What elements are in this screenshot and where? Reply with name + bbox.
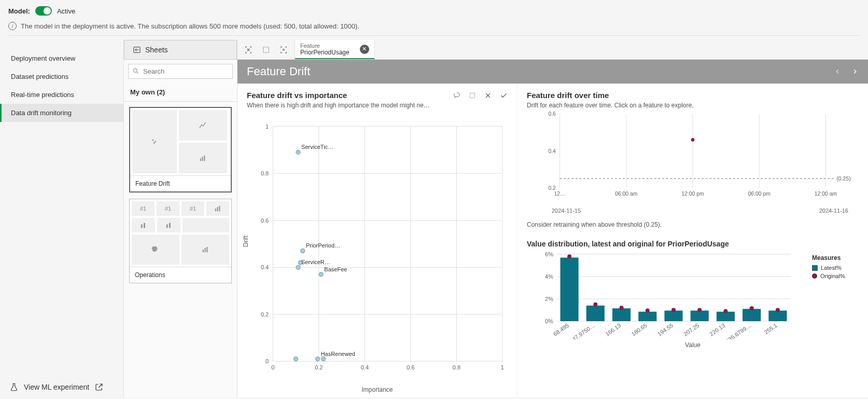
svg-text:4%: 4% bbox=[545, 273, 553, 280]
time-plot[interactable]: 0.20.40.612…06:00 am12:00 pm06:00 pm12:0… bbox=[527, 109, 859, 208]
scatter-xlabel: Importance bbox=[247, 386, 508, 393]
svg-text:0.6: 0.6 bbox=[548, 111, 556, 117]
search-icon bbox=[132, 67, 139, 75]
myown-header[interactable]: My own (2) bbox=[124, 83, 237, 102]
bar-icon bbox=[213, 204, 222, 213]
svg-point-48 bbox=[301, 249, 305, 253]
model-label: Model: bbox=[8, 7, 30, 15]
sheet-name: Operations bbox=[130, 267, 231, 283]
view-experiment-label: View ML experiment bbox=[24, 383, 89, 391]
time-date-right: 2024-11-16 bbox=[819, 208, 848, 214]
scatter-plot[interactable]: 000.20.20.40.40.60.60.80.811ServiceTic…P… bbox=[247, 114, 508, 384]
svg-point-19 bbox=[283, 49, 285, 50]
svg-text:207.25: 207.25 bbox=[682, 322, 700, 337]
sidebar-item-dataset[interactable]: Dataset predictions bbox=[0, 67, 123, 86]
svg-text:0.2: 0.2 bbox=[315, 364, 323, 370]
svg-rect-16 bbox=[205, 248, 206, 252]
info-icon: i bbox=[8, 22, 17, 30]
svg-point-95 bbox=[671, 308, 676, 312]
svg-text:06:00 am: 06:00 am bbox=[615, 191, 638, 197]
external-icon bbox=[94, 382, 104, 392]
sheets-button[interactable]: Sheets bbox=[124, 40, 237, 60]
svg-rect-88 bbox=[612, 308, 631, 321]
bar-plot[interactable]: 0%2%4%6%68.495147.9750…166.13180.65194.5… bbox=[527, 251, 806, 339]
legend: Measures Latest% Original% bbox=[812, 251, 859, 339]
svg-rect-8 bbox=[215, 209, 216, 211]
svg-text:BaseFee: BaseFee bbox=[324, 266, 347, 272]
svg-text:6%: 6% bbox=[545, 251, 553, 257]
legend-original-swatch bbox=[812, 273, 817, 279]
svg-text:0.8: 0.8 bbox=[453, 364, 460, 370]
sidebar-item-drift[interactable]: Data drift monitoring bbox=[0, 104, 123, 122]
feature-tab[interactable]: Feature PriorPeriodUsage ✕ bbox=[295, 40, 375, 59]
svg-rect-11 bbox=[141, 225, 142, 228]
svg-point-98 bbox=[697, 308, 702, 312]
svg-text:0.6: 0.6 bbox=[407, 364, 414, 370]
svg-text:235.6799…: 235.6799… bbox=[724, 322, 752, 339]
chevron-right-icon[interactable] bbox=[851, 68, 859, 75]
svg-text:0.4: 0.4 bbox=[548, 148, 556, 154]
svg-rect-10 bbox=[219, 206, 220, 212]
search-input[interactable] bbox=[128, 64, 233, 79]
svg-text:166.13: 166.13 bbox=[604, 322, 622, 337]
info-text: The model in the deployment is active. T… bbox=[21, 22, 359, 30]
bar-icon bbox=[201, 245, 210, 254]
legend-latest-swatch bbox=[812, 265, 818, 271]
sheet-card-feature-drift[interactable]: Feature Drift bbox=[129, 107, 232, 192]
close-icon[interactable]: ✕ bbox=[360, 45, 369, 54]
svg-rect-12 bbox=[144, 223, 145, 228]
sidebar-item-realtime[interactable]: Real-time predictions bbox=[0, 86, 123, 104]
svg-point-83 bbox=[567, 254, 571, 258]
chevron-left-icon[interactable] bbox=[834, 68, 841, 75]
scatter-icon bbox=[150, 137, 159, 146]
svg-text:180.65: 180.65 bbox=[630, 322, 648, 337]
active-state-label: Active bbox=[57, 7, 75, 15]
svg-text:1: 1 bbox=[501, 364, 504, 370]
svg-text:06:00 pm: 06:00 pm bbox=[748, 191, 771, 197]
selection-icon[interactable] bbox=[468, 91, 477, 100]
sidebar-item-overview[interactable]: Deployment overview bbox=[0, 49, 123, 67]
bar-icon bbox=[139, 221, 148, 230]
sidebar: Deployment overview Dataset predictions … bbox=[0, 40, 123, 397]
svg-text:255.1: 255.1 bbox=[763, 322, 778, 336]
svg-rect-9 bbox=[217, 207, 218, 211]
svg-text:0.4: 0.4 bbox=[261, 264, 269, 270]
svg-rect-14 bbox=[169, 223, 171, 228]
smart-selection-icon[interactable] bbox=[261, 45, 271, 54]
svg-rect-5 bbox=[200, 158, 201, 161]
bar-title: Value distribution, latest and original … bbox=[527, 240, 859, 248]
lasso-icon[interactable] bbox=[453, 91, 461, 100]
svg-text:0: 0 bbox=[271, 364, 274, 370]
svg-text:2%: 2% bbox=[545, 296, 553, 302]
svg-rect-85 bbox=[586, 306, 605, 321]
svg-point-46 bbox=[296, 150, 300, 154]
svg-text:(0.25): (0.25) bbox=[836, 176, 850, 182]
active-toggle[interactable] bbox=[35, 6, 52, 16]
svg-point-107 bbox=[776, 308, 780, 312]
svg-point-55 bbox=[316, 357, 320, 361]
time-title: Feature drift over time bbox=[527, 91, 859, 100]
sheet-card-operations[interactable]: #1 #1 #1 Operations bbox=[129, 199, 232, 283]
svg-text:147.9750…: 147.9750… bbox=[568, 322, 596, 339]
svg-text:ServiceR…: ServiceR… bbox=[301, 259, 330, 265]
sheet-name: Feature Drift bbox=[130, 175, 231, 191]
svg-rect-15 bbox=[203, 250, 204, 252]
svg-text:0.8: 0.8 bbox=[261, 170, 269, 176]
scatter-subtitle: When there is high drift and high import… bbox=[247, 102, 508, 109]
svg-point-104 bbox=[750, 306, 754, 310]
svg-point-73 bbox=[691, 138, 695, 142]
svg-point-1 bbox=[133, 68, 137, 72]
page-title: Feature Drift bbox=[247, 65, 310, 78]
svg-rect-94 bbox=[664, 311, 682, 321]
svg-point-53 bbox=[319, 272, 323, 277]
svg-rect-20 bbox=[470, 93, 474, 98]
svg-text:1: 1 bbox=[265, 123, 269, 130]
view-experiment-link[interactable]: View ML experiment bbox=[9, 382, 104, 392]
focus-icon[interactable] bbox=[279, 45, 288, 54]
svg-text:12…: 12… bbox=[554, 191, 565, 197]
svg-point-86 bbox=[593, 302, 597, 307]
cancel-icon[interactable] bbox=[484, 91, 492, 100]
sheets-label: Sheets bbox=[145, 46, 168, 54]
confirm-icon[interactable] bbox=[499, 91, 508, 100]
selection-tool-icon[interactable] bbox=[244, 45, 253, 54]
